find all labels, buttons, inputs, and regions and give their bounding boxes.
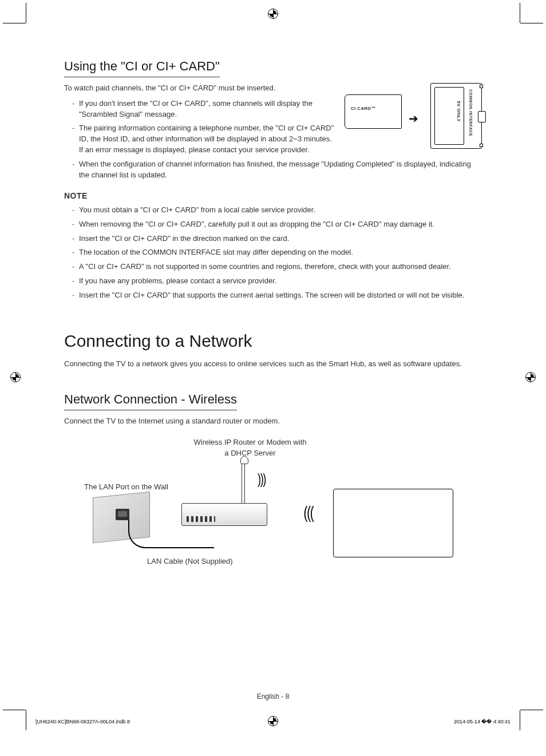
document-reference: [UH6240-XC]BN68-06327A-00L04.indb 8 — [35, 718, 130, 726]
crop-mark — [26, 3, 26, 23]
router-caption: Wireless IP Router or Modem with a DHCP … — [184, 437, 316, 459]
crop-mark — [520, 23, 543, 23]
wireless-intro-text: Connect the TV to the Internet using a s… — [64, 416, 482, 427]
ci-voltage-label: 5V ONLY — [455, 101, 462, 122]
list-item: The pairing information containing a tel… — [72, 123, 334, 156]
crop-mark — [3, 23, 26, 23]
antenna-icon — [242, 460, 245, 505]
lan-cable-caption: LAN Cable (Not Supplied) — [147, 556, 233, 567]
page-number: English - 8 — [0, 692, 546, 702]
ci-slot-icon: COMMON INTERFACE 5V ONLY — [430, 83, 482, 149]
registration-mark-icon — [268, 9, 278, 19]
crop-mark — [3, 710, 26, 710]
wifi-signal-out-icon: ))) — [258, 469, 266, 490]
note-bullet-list: You must obtain a "CI or CI+ CARD" from … — [64, 205, 482, 301]
ci-card-label: CI CARD™ — [351, 105, 376, 112]
section-heading-wireless: Network Connection - Wireless — [64, 390, 237, 410]
ci-slot-label: COMMON INTERFACE — [468, 89, 473, 136]
list-item: The location of the COMMON INTERFACE slo… — [72, 247, 482, 258]
lan-jack-icon — [116, 509, 129, 520]
crop-mark — [520, 3, 520, 23]
ci-card-figure: CI CARD™ ➔ COMMON INTERFACE 5V ONLY — [345, 83, 482, 152]
list-item: A "CI or CI+ CARD" is not supported in s… — [72, 262, 482, 272]
registration-mark-icon — [525, 372, 536, 382]
list-item: When removing the "CI or CI+ CARD", care… — [72, 219, 482, 230]
ci-bullet-list-a: If you don't insert the "CI or CI+ CARD"… — [64, 98, 334, 156]
wireless-network-figure: Wireless IP Router or Modem with a DHCP … — [64, 437, 476, 575]
print-timestamp: 2014-05-14 �� 4:40:41 — [454, 718, 511, 726]
router-caption-line2: a DHCP Server — [224, 449, 275, 457]
list-item: Insert the "CI or CI+ CARD" that support… — [72, 290, 482, 301]
list-item: You must obtain a "CI or CI+ CARD" from … — [72, 205, 482, 216]
list-item: Insert the "CI or CI+ CARD" in the direc… — [72, 233, 482, 244]
crop-mark — [26, 710, 26, 730]
crop-mark — [520, 710, 543, 710]
router-caption-line1: Wireless IP Router or Modem with — [194, 438, 307, 446]
main-heading-network: Connecting to a Network — [64, 328, 482, 354]
section-heading-ci-card: Using the "CI or CI+ CARD" — [64, 57, 220, 77]
router-icon — [181, 503, 267, 526]
crop-mark — [520, 710, 520, 730]
network-intro-text: Connecting the TV to a network gives you… — [64, 359, 482, 370]
tv-icon — [333, 489, 453, 557]
list-item: If you have any problems, please contact… — [72, 276, 482, 287]
page-content: Using the "CI or CI+ CARD" To watch paid… — [64, 57, 482, 575]
list-item: When the configuration of channel inform… — [72, 159, 482, 181]
registration-mark-icon — [10, 372, 21, 382]
registration-mark-icon — [268, 716, 278, 726]
list-item: If you don't insert the "CI or CI+ CARD"… — [72, 98, 334, 120]
ci-card-icon: CI CARD™ — [345, 94, 402, 129]
note-heading: NOTE — [64, 190, 482, 201]
arrow-right-icon: ➔ — [409, 110, 418, 127]
ci-intro-text: To watch paid channels, the "CI or CI+ C… — [64, 83, 334, 94]
ci-bullet-list-b: When the configuration of channel inform… — [64, 159, 482, 181]
wifi-signal-in-icon: ((( — [304, 500, 314, 525]
wall-port-caption: The LAN Port on the Wall — [84, 482, 168, 493]
